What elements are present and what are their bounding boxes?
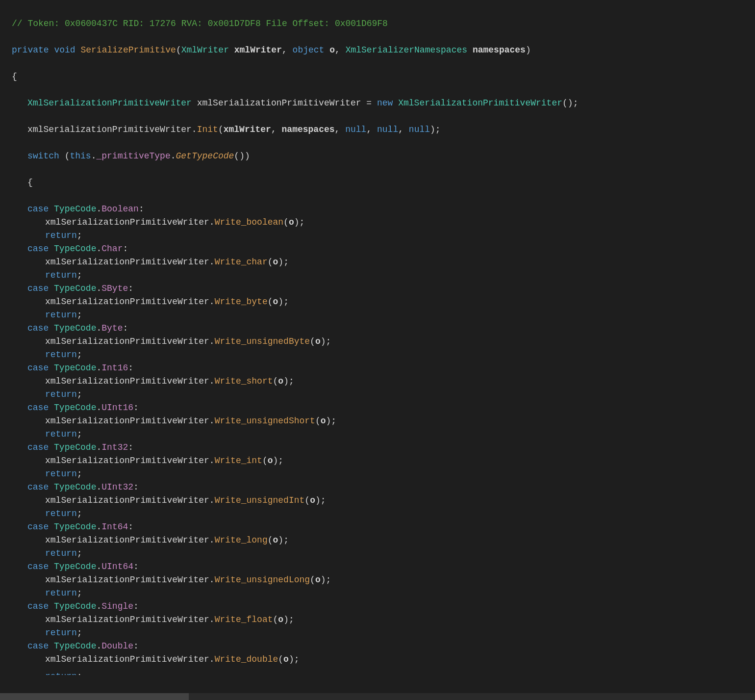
code-line-return: return;: [10, 587, 755, 600]
code-line-case: case TypeCode.Int64:: [10, 520, 755, 534]
code-line-call: xmlSerializationPrimitiveWriter.Write_do…: [10, 653, 755, 666]
code-line-call: xmlSerializationPrimitiveWriter.Write_un…: [10, 415, 755, 428]
code-line-case: case TypeCode.UInt32:: [10, 481, 755, 494]
code-line-case: case TypeCode.Int32:: [10, 441, 755, 454]
code-line-case: case TypeCode.SByte:: [10, 282, 755, 295]
code-line-call: xmlSerializationPrimitiveWriter.Write_un…: [10, 335, 755, 348]
code-line-call: xmlSerializationPrimitiveWriter.Write_fl…: [10, 613, 755, 626]
code-line-case: case TypeCode.Double:: [10, 640, 755, 653]
code-line-case: case TypeCode.Byte:: [10, 322, 755, 335]
code-line-call: xmlSerializationPrimitiveWriter.Write_in…: [10, 454, 755, 467]
code-line-brace: {: [10, 70, 755, 83]
code-line-case: case TypeCode.UInt64:: [10, 560, 755, 573]
code-line-return: return;: [10, 428, 755, 441]
code-line-return: return;: [10, 269, 755, 282]
code-line: switch (this._primitiveType.GetTypeCode(…: [10, 150, 755, 163]
code-line-call: xmlSerializationPrimitiveWriter.Write_ch…: [10, 256, 755, 269]
code-line-return: return;: [10, 547, 755, 560]
code-line-return: return;: [10, 348, 755, 362]
code-line-case: case TypeCode.Int16:: [10, 362, 755, 375]
method-name: SerializePrimitive: [80, 45, 176, 55]
code-line: XmlSerializationPrimitiveWriter xmlSeria…: [10, 97, 755, 110]
code-line-return: return;: [10, 309, 755, 322]
code-line-case: case TypeCode.UInt16:: [10, 401, 755, 415]
code-line-brace: {: [10, 176, 755, 189]
code-line-case: case TypeCode.Char:: [10, 242, 755, 256]
code-line-comment: // Token: 0x0600437C RID: 17276 RVA: 0x0…: [10, 17, 755, 30]
token-comment: // Token: 0x0600437C RID: 17276 RVA: 0x0…: [12, 19, 388, 28]
code-line-call: xmlSerializationPrimitiveWriter.Write_un…: [10, 573, 755, 587]
code-line-call: xmlSerializationPrimitiveWriter.Write_bo…: [10, 216, 755, 229]
code-line-call: xmlSerializationPrimitiveWriter.Write_sh…: [10, 375, 755, 388]
code-line-case: case TypeCode.Boolean:: [10, 203, 755, 216]
code-line-case: case TypeCode.Single:: [10, 600, 755, 613]
code-line-return: return;: [10, 229, 755, 242]
code-line-call: xmlSerializationPrimitiveWriter.Write_lo…: [10, 534, 755, 547]
code-line-call: xmlSerializationPrimitiveWriter.Write_by…: [10, 295, 755, 309]
code-line-return: return;: [10, 388, 755, 401]
code-line-return: return;: [10, 626, 755, 640]
code-line: xmlSerializationPrimitiveWriter.Init(xml…: [10, 123, 755, 136]
code-line-call: xmlSerializationPrimitiveWriter.Write_un…: [10, 494, 755, 507]
code-line-return-partial: return;: [10, 670, 82, 675]
code-line-signature: private void SerializePrimitive(XmlWrite…: [10, 44, 755, 57]
code-line-return: return;: [10, 507, 755, 520]
code-editor[interactable]: // Token: 0x0600437C RID: 17276 RVA: 0x0…: [0, 0, 755, 683]
code-line-return: return;: [10, 467, 755, 481]
